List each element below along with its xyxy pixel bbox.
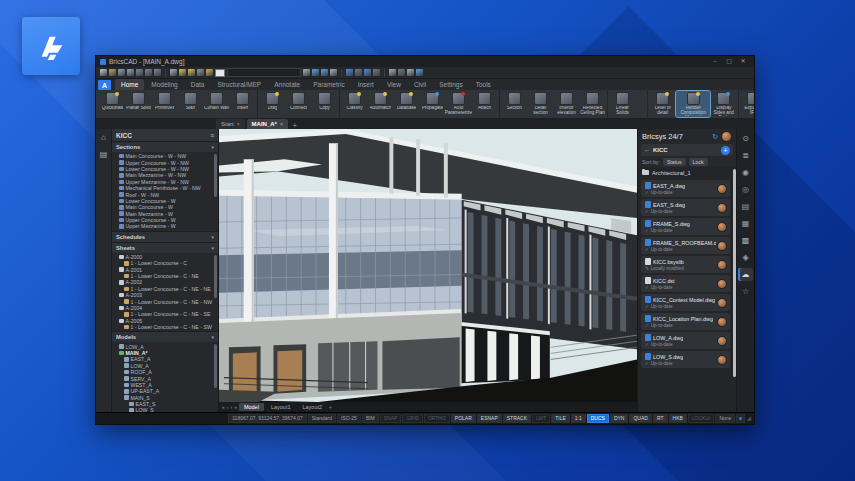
render-icon[interactable]: ◈: [738, 251, 753, 264]
tab-structural-mep[interactable]: Structural/MEP: [211, 79, 267, 90]
ribbon-button-reflected-ceiling-plan[interactable]: Reflected Ceiling Plan: [580, 91, 605, 117]
maximize-button[interactable]: ▢: [722, 56, 736, 67]
status-field-standard[interactable]: Standard: [308, 414, 336, 423]
line-icon[interactable]: [303, 69, 310, 76]
light-bulb-icon[interactable]: ⊙: [738, 132, 753, 145]
structure-browser-icon[interactable]: ▤: [100, 150, 108, 159]
file-card-low-s-dwg[interactable]: LOW_S.dwg✓Up-to-date: [641, 351, 730, 368]
status-toggle-rt[interactable]: RT: [653, 414, 668, 423]
file-card-kicc-dst[interactable]: KICC.dst✓Up-to-date: [641, 275, 730, 292]
notification-indicator[interactable]: [736, 414, 745, 423]
layout-nav-icon[interactable]: «: [222, 404, 225, 410]
save-as-icon[interactable]: [127, 69, 134, 76]
ribbon-button-drag[interactable]: Drag: [260, 91, 285, 117]
ribbon-button-attach[interactable]: Attach: [472, 91, 497, 117]
status-field-bim[interactable]: BIM: [362, 414, 379, 423]
home-icon[interactable]: ⌂: [101, 133, 106, 142]
ribbon-button-primitives[interactable]: Primitives: [152, 91, 177, 117]
viewport[interactable]: «‹›»ModelLayout1Layout2+: [219, 129, 638, 412]
tree-item[interactable]: 1 - Lower Concourse - C - NE - SW: [112, 324, 218, 330]
tab-civil[interactable]: Civil: [408, 79, 432, 90]
file-card-low-a-dwg[interactable]: LOW_A.dwg✓Up-to-date: [641, 332, 730, 349]
tab-annotate[interactable]: Annotate: [268, 79, 306, 90]
ribbon-button-classify[interactable]: Classify: [342, 91, 367, 117]
layout-nav-icon[interactable]: »: [234, 404, 237, 410]
tab-insert[interactable]: Insert: [352, 79, 380, 90]
resize-grip[interactable]: ◢: [746, 415, 751, 422]
status-toggle-dyn[interactable]: DYN: [610, 414, 629, 423]
doc-tab-start[interactable]: Start×: [216, 119, 245, 129]
status-toggle-grid[interactable]: GRID: [402, 414, 423, 423]
application-button[interactable]: A: [98, 80, 111, 90]
tree-item[interactable]: 1 - Lower Concourse - C - NE - NW: [112, 298, 218, 304]
file-card-frame-s-roofbeam-dwg[interactable]: FRAME_S_ROOFBEAM.dwg✓Up-to-date: [641, 237, 730, 254]
layout-nav-icon[interactable]: ‹: [227, 404, 229, 410]
angle-icon[interactable]: [312, 69, 319, 76]
cloud-247-icon[interactable]: ☁: [738, 268, 753, 281]
cube-shaded-icon[interactable]: [355, 69, 362, 76]
layout-tab-layout2[interactable]: Layout2: [297, 403, 327, 411]
section-scrollbar[interactable]: [214, 154, 217, 197]
cube-blue-icon[interactable]: [346, 69, 353, 76]
layer-lock-icon[interactable]: [197, 69, 204, 76]
file-card-east-s-dwg[interactable]: EAST_S.dwg✓Up-to-date: [641, 199, 730, 216]
tab-home[interactable]: Home: [115, 79, 144, 90]
ribbon-button-render-composition-material[interactable]: Render Composition Material: [676, 91, 710, 117]
status-toggle-ortho[interactable]: ORTHO: [424, 414, 450, 423]
tab-modeling[interactable]: Modeling: [145, 79, 183, 90]
layer-dropdown[interactable]: [227, 68, 301, 77]
layout-tab-model[interactable]: Model: [239, 403, 264, 411]
folder-row[interactable]: Architectural_1: [638, 167, 732, 178]
ribbon-button-copy[interactable]: Copy: [312, 91, 337, 117]
refresh-icon[interactable]: ↻: [712, 133, 718, 141]
new-document-button[interactable]: +: [290, 122, 300, 129]
redo-icon[interactable]: [145, 69, 152, 76]
status-toggle-lwt[interactable]: LWT: [532, 414, 550, 423]
project-row[interactable]: ← KICC +: [641, 144, 733, 156]
tab-parametric[interactable]: Parametric: [307, 79, 350, 90]
spotlight-icon[interactable]: ◉: [738, 166, 753, 179]
add-file-button[interactable]: +: [721, 146, 730, 155]
ribbon-button-linear-solids[interactable]: Linear Solids: [610, 91, 635, 117]
pen-icon[interactable]: [206, 69, 213, 76]
save-icon[interactable]: [118, 69, 125, 76]
section-header-models[interactable]: Models▾: [112, 331, 218, 342]
undo-icon[interactable]: [136, 69, 143, 76]
tree-item[interactable]: LOW_S: [112, 407, 218, 412]
close-tab-icon[interactable]: ×: [280, 120, 283, 128]
sun-icon[interactable]: [373, 69, 380, 76]
ribbon-button-auto-parameterize[interactable]: Auto Parameterize: [446, 91, 471, 117]
title-bar[interactable]: BricsCAD - [MAIN_A.dwg] – ▢ ✕: [96, 56, 754, 67]
back-icon[interactable]: ←: [644, 147, 650, 153]
layer-freeze-icon[interactable]: [188, 69, 195, 76]
status-toggle-polar[interactable]: POLAR: [451, 414, 476, 423]
ribbon-button-display-sides-and-ends[interactable]: Display Sides and Ends: [711, 91, 736, 117]
file-list-scrollbar[interactable]: [733, 169, 736, 377]
status-toggle-hkb[interactable]: HKB: [669, 414, 687, 423]
layer-on-icon[interactable]: [179, 69, 186, 76]
help-icon[interactable]: [416, 69, 423, 76]
section-scrollbar[interactable]: [214, 255, 217, 298]
section-header-sections[interactable]: Sections▾: [112, 141, 218, 152]
ribbon-button-automatch[interactable]: Automatch: [368, 91, 393, 117]
ribbon-button-interior-elevation[interactable]: Interior elevation: [554, 91, 579, 117]
status-field-iso-25[interactable]: ISO-25: [337, 414, 361, 423]
status-toggle-snap[interactable]: SNAP: [380, 414, 402, 423]
file-card-kicc-location-plan-dwg[interactable]: KICC_Location Plan.dwg✓Up-to-date: [641, 313, 730, 330]
snap-icon[interactable]: [321, 69, 328, 76]
ribbon-button-insert[interactable]: Insert: [230, 91, 255, 117]
ribbon-button-curtain-wall[interactable]: Curtain Wall: [204, 91, 229, 117]
ribbon-button-database[interactable]: Database: [394, 91, 419, 117]
filters-icon[interactable]: ≣: [738, 149, 753, 162]
ribbon-button-connect[interactable]: Connect: [286, 91, 311, 117]
file-card-east-a-dwg[interactable]: EAST_A.dwg✓Up-to-date: [641, 180, 730, 197]
tab-data[interactable]: Data: [185, 79, 211, 90]
favorites-icon[interactable]: ☆: [738, 285, 753, 298]
structure-icon[interactable]: ▦: [738, 217, 753, 230]
status-toggle-quad[interactable]: QUAD: [629, 414, 651, 423]
status-toggle-lockui[interactable]: LOCKUI: [688, 414, 715, 423]
camera-icon[interactable]: [389, 69, 396, 76]
tab-settings[interactable]: Settings: [433, 79, 469, 90]
materials-icon[interactable]: ▤: [738, 200, 753, 213]
ribbon-button-planar-solid[interactable]: Planar Solid: [126, 91, 151, 117]
